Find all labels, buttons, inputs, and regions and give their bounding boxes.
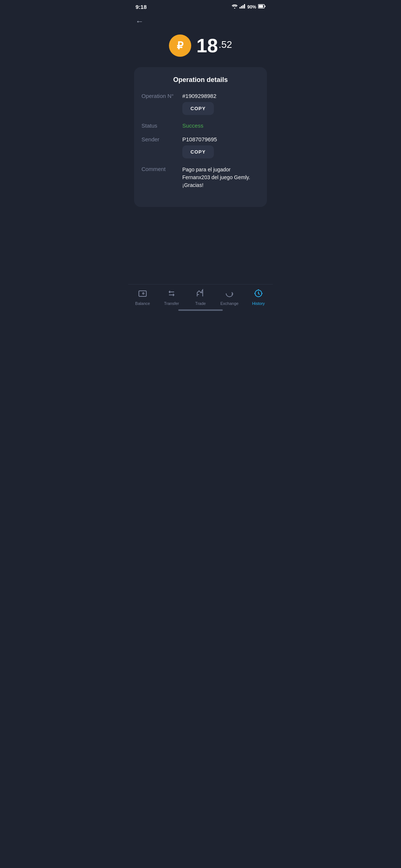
battery-level: 90% [247, 4, 256, 10]
status-time: 9:18 [136, 4, 147, 10]
status-value-wrap: Success [182, 122, 260, 129]
svg-rect-7 [265, 6, 265, 7]
operation-value: #1909298982 [182, 93, 216, 99]
signal-icon [239, 4, 245, 10]
nav-item-transfer[interactable]: Transfer [160, 289, 183, 306]
comment-value: Pago para el jugador Fernanx203 del jueg… [182, 166, 260, 189]
back-button[interactable]: ← [128, 12, 273, 31]
history-icon [254, 289, 263, 299]
back-arrow-icon: ← [136, 17, 144, 26]
exchange-label: Exchange [221, 301, 239, 306]
status-row: Status Success [141, 122, 260, 129]
currency-symbol: ₽ [177, 40, 183, 52]
transfer-label: Transfer [164, 301, 179, 306]
sender-row: Sender P1087079695 COPY [141, 136, 260, 158]
amount-main: 18 [196, 36, 218, 55]
sender-value-wrap: P1087079695 COPY [182, 136, 260, 158]
bottom-nav: Balance Transfer Trade Exchange [128, 284, 273, 313]
svg-rect-6 [259, 5, 263, 8]
amount-decimal: .52 [219, 39, 232, 50]
operation-number-row: Operation N° #1909298982 COPY [141, 93, 260, 115]
comment-value-wrap: Pago para el jugador Fernanx203 del jueg… [182, 166, 260, 189]
balance-icon [138, 289, 147, 299]
card-title: Operation details [141, 76, 260, 84]
currency-icon: ₽ [169, 34, 191, 57]
transfer-icon [167, 289, 176, 299]
svg-rect-2 [241, 6, 242, 9]
amount-display: 18 .52 [196, 36, 232, 55]
status-label: Status [141, 122, 182, 129]
trade-label: Trade [195, 301, 206, 306]
exchange-icon [225, 289, 234, 299]
copy-operation-button[interactable]: COPY [182, 102, 214, 115]
status-icons: 90% [232, 4, 265, 10]
operation-label: Operation N° [141, 93, 182, 99]
status-value: Success [182, 122, 203, 129]
comment-label: Comment [141, 166, 182, 172]
sender-value: P1087079695 [182, 136, 217, 142]
sender-label: Sender [141, 136, 182, 142]
nav-item-history[interactable]: History [247, 289, 270, 306]
home-indicator [178, 309, 223, 311]
copy-sender-button[interactable]: COPY [182, 145, 214, 158]
operation-value-wrap: #1909298982 COPY [182, 93, 260, 115]
nav-item-exchange[interactable]: Exchange [218, 289, 241, 306]
status-bar: 9:18 90% [128, 0, 273, 12]
nav-item-balance[interactable]: Balance [131, 289, 154, 306]
operation-details-card: Operation details Operation N° #19092989… [134, 67, 267, 207]
svg-point-0 [234, 8, 235, 9]
battery-icon [258, 4, 265, 10]
svg-rect-4 [244, 4, 245, 9]
history-label: History [252, 301, 265, 306]
trade-icon [196, 289, 205, 299]
nav-item-trade[interactable]: Trade [189, 289, 212, 306]
amount-section: ₽ 18 .52 [128, 31, 273, 67]
comment-row: Comment Pago para el jugador Fernanx203 … [141, 166, 260, 189]
svg-rect-1 [239, 7, 241, 9]
wifi-icon [232, 4, 238, 10]
svg-rect-3 [242, 5, 244, 9]
balance-label: Balance [135, 301, 150, 306]
